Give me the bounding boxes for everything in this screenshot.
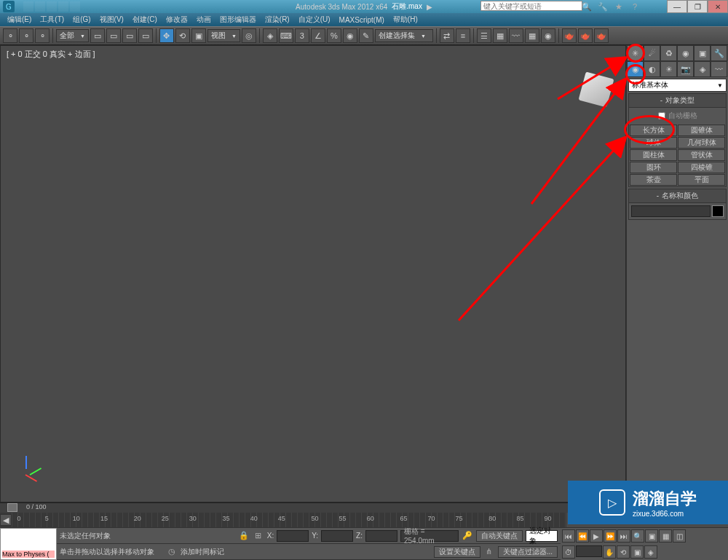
menu-modifiers[interactable]: 修改器	[162, 15, 192, 25]
qa-btn[interactable]	[35, 1, 45, 12]
tab-display[interactable]: ▣	[694, 45, 711, 61]
btn-cone[interactable]: 圆锥体	[678, 125, 725, 136]
key-filter-icon[interactable]: ⋔	[483, 546, 495, 558]
subtab-shapes[interactable]: ◐	[644, 61, 660, 77]
subtab-spacewarps[interactable]: 〰	[711, 61, 727, 77]
section-header[interactable]: -对象类型	[629, 94, 726, 108]
menu-edit[interactable]: 编辑(E)	[3, 15, 36, 25]
menu-group[interactable]: 组(G)	[68, 15, 95, 25]
wrench-icon[interactable]: 🔧	[597, 1, 609, 12]
title-arrow[interactable]: ▶	[427, 3, 432, 11]
curve-editor-icon[interactable]: 〰	[509, 28, 523, 43]
qa-btn[interactable]	[23, 1, 33, 12]
select-region-icon[interactable]: ▭	[122, 28, 137, 43]
viewcube-icon[interactable]	[579, 72, 614, 108]
play-start-icon[interactable]: ⏮	[562, 529, 575, 543]
menu-maxscript[interactable]: MAXScript(M)	[335, 16, 389, 24]
render-frame-icon[interactable]: 🫖	[578, 28, 593, 43]
nav-zoom-all-icon[interactable]: ▣	[645, 529, 658, 543]
timeline-track[interactable]: ◀ 0 5 10 15 20 25 30 35 40 45 50 55 60 6…	[0, 513, 566, 527]
key-filter-button[interactable]: 关键点过滤器...	[498, 546, 558, 558]
snap-icon[interactable]: 3	[295, 28, 309, 43]
play-end-icon[interactable]: ⏭	[617, 529, 630, 543]
subtab-lights[interactable]: ☀	[660, 61, 677, 77]
lock-key-icon[interactable]: ⊞	[253, 530, 264, 542]
x-field[interactable]	[277, 530, 309, 542]
menu-rendering[interactable]: 渲染(R)	[261, 15, 294, 25]
pivot-icon[interactable]: ◎	[242, 28, 256, 43]
tab-utilities[interactable]: 🔧	[711, 45, 727, 61]
viewport[interactable]: [ + 0 正交 0 真实 + 边面 ]	[0, 45, 626, 502]
btn-teapot[interactable]: 茶壶	[630, 174, 677, 186]
window-crossing-icon[interactable]: ▭	[138, 28, 153, 43]
key-icon[interactable]: 🔑	[462, 530, 473, 542]
nav-misc-icon[interactable]: ◈	[644, 545, 657, 559]
menu-help[interactable]: 帮助(H)	[389, 15, 422, 25]
frame-input[interactable]	[576, 545, 602, 557]
btn-torus[interactable]: 圆环	[630, 162, 677, 173]
bind-icon[interactable]: ⚬	[35, 28, 50, 43]
scale-icon[interactable]: ▣	[191, 28, 206, 43]
lock-icon[interactable]: 🔒	[238, 530, 250, 542]
nav-zoom-icon[interactable]: 🔍	[631, 529, 644, 543]
play-icon[interactable]: ▶	[590, 529, 603, 543]
search-input[interactable]	[480, 1, 582, 11]
z-field[interactable]	[365, 530, 397, 542]
qa-btn[interactable]	[70, 1, 80, 12]
rotate-icon[interactable]: ⟲	[175, 28, 190, 43]
subtab-cameras[interactable]: 📷	[677, 61, 694, 77]
menu-customize[interactable]: 自定义(U)	[294, 15, 335, 25]
menu-graph-editors[interactable]: 图形编辑器	[215, 15, 261, 25]
viewcube[interactable]	[574, 68, 618, 111]
tab-modify[interactable]: ☄	[644, 45, 660, 61]
object-name-input[interactable]	[631, 205, 711, 217]
tab-hierarchy[interactable]: ♻	[660, 45, 677, 61]
play-next-icon[interactable]: ⏩	[604, 529, 617, 543]
add-time-tag[interactable]: 添加时间标记	[181, 547, 224, 557]
ref-coord[interactable]: 视图	[207, 29, 240, 42]
angle-snap-icon[interactable]: ∠	[311, 28, 325, 43]
viewport-label[interactable]: [ + 0 正交 0 真实 + 边面 ]	[7, 49, 95, 60]
binoculars-icon[interactable]: 🔍	[581, 1, 593, 12]
timeline-ruler[interactable]: 0 5 10 15 20 25 30 35 40 45 50 55 60 65 …	[12, 513, 566, 527]
percent-snap-icon[interactable]: %	[327, 28, 341, 43]
nav-max-icon[interactable]: ▣	[630, 545, 644, 559]
section-header[interactable]: -名称和颜色	[629, 189, 726, 203]
color-swatch[interactable]	[712, 205, 724, 217]
named-selection[interactable]: 创建选择集	[375, 29, 433, 42]
unlink-icon[interactable]: ⚬	[19, 28, 33, 43]
timeline-left-icon[interactable]: ◀	[0, 514, 12, 526]
keyboard-icon[interactable]: ⌨	[279, 28, 293, 43]
btn-plane[interactable]: 平面	[678, 174, 725, 186]
time-config-icon[interactable]: ⏱	[562, 545, 575, 559]
selected-obj-field[interactable]: 选定对象	[526, 530, 558, 542]
link-icon[interactable]: ⚬	[3, 28, 17, 43]
play-prev-icon[interactable]: ⏪	[576, 529, 589, 543]
render-icon[interactable]: 🫖	[594, 28, 609, 43]
nav-zoom-ext-icon[interactable]: ▦	[659, 529, 672, 543]
star-icon[interactable]: ★	[613, 1, 625, 12]
btn-geosphere[interactable]: 几何球体	[678, 137, 725, 149]
close-button[interactable]: ✕	[708, 0, 728, 13]
edit-named-icon[interactable]: ✎	[359, 28, 373, 43]
selection-filter[interactable]: 全部	[56, 29, 89, 42]
select-name-icon[interactable]: ▭	[106, 28, 121, 43]
btn-cylinder[interactable]: 圆柱体	[630, 149, 677, 161]
align-icon[interactable]: ≡	[456, 28, 470, 43]
y-field[interactable]	[321, 530, 353, 542]
btn-tube[interactable]: 管状体	[678, 149, 725, 161]
qa-btn[interactable]	[47, 1, 57, 12]
manipulate-icon[interactable]: ◈	[263, 28, 277, 43]
nav-pan-icon[interactable]: ✋	[603, 545, 616, 559]
tab-motion[interactable]: ◉	[677, 45, 694, 61]
minimize-button[interactable]: —	[667, 0, 687, 13]
set-key-button[interactable]: 设置关键点	[434, 546, 480, 558]
mirror-icon[interactable]: ⇄	[440, 28, 454, 43]
layer-icon[interactable]: ☰	[477, 28, 491, 43]
graphite-icon[interactable]: ▦	[493, 28, 507, 43]
maxscript-listener[interactable]: Max to Physes (	[0, 528, 57, 560]
help-icon[interactable]: ?	[629, 1, 641, 12]
nav-fov-icon[interactable]: ◫	[673, 529, 686, 543]
timeline-frame-indicator[interactable]	[7, 503, 17, 512]
subtab-helpers[interactable]: ◈	[694, 61, 711, 77]
